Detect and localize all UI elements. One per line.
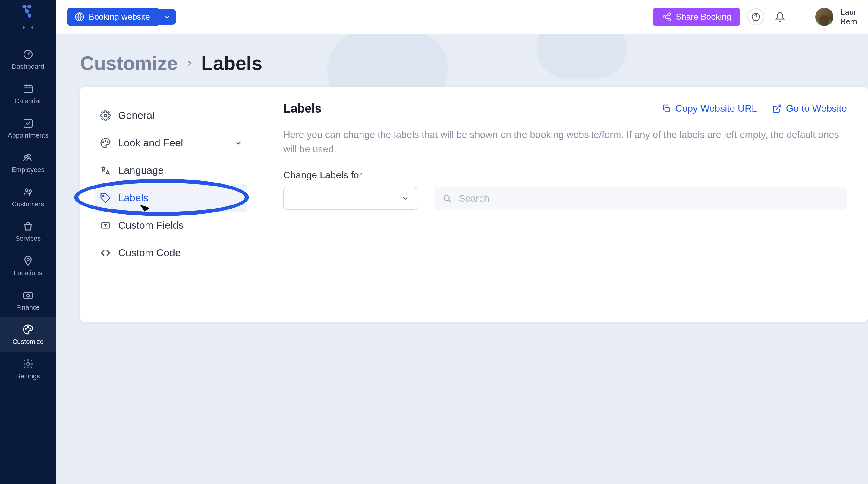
speedometer-icon — [22, 48, 34, 60]
notifications-button[interactable] — [772, 8, 788, 25]
sidebar-item-label: Appointments — [8, 132, 49, 139]
sidebar-item-label: Customers — [12, 200, 44, 208]
card-sidebar: General Look and Feel Language Labels — [80, 87, 262, 322]
share-icon — [662, 12, 672, 22]
palette-icon — [100, 138, 111, 148]
go-to-website-button[interactable]: Go to Website — [772, 103, 847, 114]
share-booking-label: Share Booking — [676, 12, 731, 22]
share-booking-button[interactable]: Share Booking — [653, 8, 740, 26]
money-icon — [22, 289, 34, 301]
bag-icon — [22, 220, 34, 232]
svg-point-17 — [25, 328, 26, 329]
svg-point-20 — [27, 363, 30, 365]
chevron-down-icon — [235, 139, 242, 147]
gear-icon — [100, 110, 111, 121]
external-link-icon — [772, 104, 782, 113]
chevron-down-icon — [163, 13, 170, 21]
employees-icon — [22, 151, 34, 164]
divider — [802, 5, 802, 29]
sidebar-item-services[interactable]: Services — [0, 214, 56, 249]
copy-url-label: Copy Website URL — [675, 103, 757, 114]
tag-icon — [100, 193, 111, 203]
text-box-icon — [100, 220, 111, 231]
main-sidebar: Dashboard Calendar Appointments Employee… — [0, 0, 56, 484]
card-nav-label: Custom Fields — [118, 219, 184, 231]
search-icon — [442, 194, 452, 203]
user-name[interactable]: Laur Bern — [841, 7, 857, 26]
sidebar-item-dashboard[interactable]: Dashboard — [0, 42, 56, 77]
calendar-icon — [22, 83, 34, 95]
svg-point-11 — [25, 155, 27, 158]
card-nav-custom-fields[interactable]: Custom Fields — [95, 211, 247, 239]
svg-point-23 — [663, 16, 665, 18]
gear-icon — [22, 358, 34, 370]
sidebar-item-label: Employees — [12, 166, 44, 174]
card-title: Labels — [283, 102, 321, 115]
pin-icon — [22, 255, 34, 267]
sidebar-item-label: Calendar — [14, 97, 41, 105]
svg-rect-15 — [24, 293, 33, 298]
sidebar-item-appointments[interactable]: Appointments — [0, 111, 56, 145]
palette-icon — [22, 323, 34, 336]
sidebar-item-label: Dashboard — [12, 63, 44, 70]
chevron-down-icon — [401, 194, 409, 202]
sidebar-item-employees[interactable]: Employees — [0, 145, 56, 180]
copy-url-button[interactable]: Copy Website URL — [661, 103, 757, 114]
card-nav-label: Labels — [118, 192, 148, 204]
card-nav-look-and-feel[interactable]: Look and Feel — [95, 129, 247, 156]
copy-icon — [661, 104, 671, 113]
sidebar-item-locations[interactable]: Locations — [0, 249, 56, 283]
card-nav-language[interactable]: Language — [95, 156, 247, 184]
sidebar-item-label: Finance — [16, 304, 40, 311]
sidebar-item-label: Customize — [12, 338, 44, 346]
go-to-website-label: Go to Website — [786, 103, 847, 114]
svg-point-19 — [30, 328, 31, 329]
sidebar-item-finance[interactable]: Finance — [0, 283, 56, 317]
svg-point-27 — [103, 142, 104, 142]
help-button[interactable] — [747, 8, 764, 25]
breadcrumb: Customize Labels — [56, 34, 868, 87]
svg-rect-32 — [665, 107, 670, 112]
card-nav-labels[interactable]: Labels — [95, 184, 247, 211]
svg-point-33 — [444, 195, 450, 201]
help-icon — [751, 12, 761, 22]
card-nav-label: General — [118, 110, 155, 121]
change-labels-for-label: Change Labels for — [283, 170, 847, 181]
content-card: General Look and Feel Language Labels — [80, 87, 868, 322]
user-avatar[interactable] — [815, 8, 833, 26]
svg-point-12 — [25, 189, 28, 192]
svg-point-18 — [28, 327, 29, 328]
breadcrumb-parent[interactable]: Customize — [80, 52, 178, 75]
card-nav-label: Look and Feel — [118, 137, 183, 149]
customers-icon — [22, 186, 34, 198]
card-nav-general[interactable]: General — [95, 102, 247, 129]
change-labels-for-select[interactable] — [283, 187, 417, 210]
sidebar-item-customize[interactable]: Customize — [0, 317, 56, 352]
sidebar-item-customers[interactable]: Customers — [0, 180, 56, 214]
svg-point-28 — [105, 140, 106, 141]
sidebar-item-label: Locations — [14, 269, 42, 277]
nav-arrows[interactable] — [22, 25, 35, 30]
topbar: Booking website Share Booking Laur — [56, 0, 868, 34]
card-nav-label: Language — [118, 165, 164, 176]
card-description: Here you can change the labels that will… — [283, 127, 847, 156]
svg-point-16 — [27, 294, 30, 297]
sidebar-item-settings[interactable]: Settings — [0, 352, 56, 386]
sidebar-item-calendar[interactable]: Calendar — [0, 77, 56, 111]
svg-point-10 — [28, 154, 30, 157]
search-input-container[interactable] — [434, 187, 847, 210]
booking-website-label: Booking website — [89, 12, 150, 22]
svg-point-13 — [29, 190, 32, 192]
globe-icon — [75, 12, 84, 22]
booking-website-dropdown[interactable] — [158, 9, 176, 25]
bell-icon — [775, 12, 785, 22]
svg-rect-8 — [24, 86, 32, 93]
svg-point-22 — [668, 13, 670, 16]
svg-point-14 — [27, 258, 29, 261]
booking-website-button[interactable]: Booking website — [67, 8, 158, 26]
search-input[interactable] — [459, 193, 838, 204]
translate-icon — [100, 165, 111, 176]
card-nav-custom-code[interactable]: Custom Code — [95, 239, 247, 266]
app-logo-icon[interactable] — [21, 4, 36, 19]
card-nav-label: Custom Code — [118, 247, 181, 259]
